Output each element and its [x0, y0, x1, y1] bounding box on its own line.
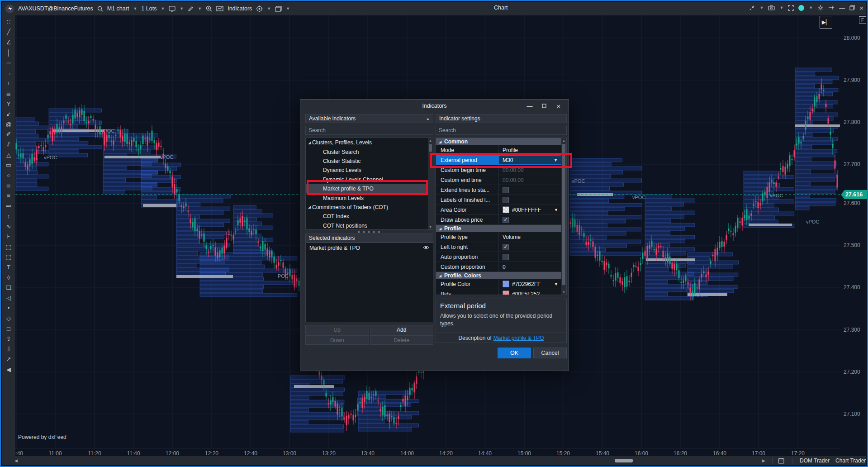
- trend-line-icon[interactable]: ╱: [3, 27, 14, 38]
- panel-splitter[interactable]: ■ ■ ■ ■ ■: [305, 230, 433, 234]
- scroll-up-icon[interactable]: ▲: [428, 139, 433, 142]
- close-window-icon[interactable]: ×: [859, 4, 863, 12]
- text-tool-icon[interactable]: T: [3, 262, 14, 272]
- chart-trader-button[interactable]: Chart Trader: [835, 456, 866, 465]
- callout-tool-icon[interactable]: ❏: [3, 282, 14, 293]
- setting-row-custom-begin-time[interactable]: Custom begin time00:00:00: [436, 165, 561, 175]
- triangle-tool-icon[interactable]: △: [3, 150, 14, 160]
- color-swatch[interactable]: [503, 291, 509, 295]
- target-icon[interactable]: [256, 5, 263, 12]
- rectangle-tool-icon[interactable]: ▭: [3, 160, 14, 170]
- settings-scrollbar[interactable]: ▲ ▼: [561, 138, 566, 295]
- available-search-input[interactable]: Search: [305, 126, 433, 135]
- zoom-in-icon[interactable]: [206, 5, 212, 12]
- checkbox-checked[interactable]: ✓: [503, 244, 509, 250]
- color-swatch[interactable]: [503, 206, 509, 213]
- setting-value[interactable]: M30▼: [498, 155, 561, 165]
- shrink-caret-icon[interactable]: ▼: [759, 5, 764, 10]
- checkbox[interactable]: [503, 187, 509, 193]
- tree-expander-icon[interactable]: ◢: [308, 205, 311, 209]
- setting-value[interactable]: [498, 195, 561, 205]
- connection-caret-icon[interactable]: ▼: [809, 5, 813, 10]
- trend-arrow-icon[interactable]: ↗: [3, 354, 14, 365]
- setting-row-left-to-right[interactable]: Left to right✓: [436, 242, 561, 252]
- zigzag-tool-icon[interactable]: ∿: [3, 221, 14, 232]
- setting-row-auto-proportion[interactable]: Auto proportion: [436, 252, 561, 262]
- shrink-icon[interactable]: [749, 5, 755, 11]
- indicator-settings-header[interactable]: Indicator settings: [436, 114, 567, 123]
- tree-item-dynamic-levels-channel[interactable]: Dynamic Levels Channel: [306, 175, 433, 184]
- camera-caret-icon[interactable]: ▼: [779, 5, 783, 10]
- collapse-toolbar-icon[interactable]: ◀: [3, 364, 14, 375]
- goto-realtime-button[interactable]: ▶▏: [820, 16, 832, 29]
- color-swatch[interactable]: [503, 281, 509, 287]
- dom-trader-button[interactable]: DOM Trader: [800, 456, 830, 465]
- setting-row-area-color[interactable]: Area Color#00FFFFFF▼: [436, 205, 561, 215]
- setting-row-bids[interactable]: Bids#00F5F252: [436, 289, 561, 295]
- tree-item-maximum-levels[interactable]: Maximum Levels: [306, 193, 433, 202]
- pitchfork-icon[interactable]: Y: [3, 99, 14, 109]
- hatch-lines-icon[interactable]: ⫽: [3, 139, 14, 150]
- dot-tool-icon[interactable]: •: [3, 303, 14, 314]
- indicators-button[interactable]: Indicators: [228, 5, 252, 12]
- settings-gear-icon[interactable]: [817, 5, 824, 11]
- setting-row-custom-end-time[interactable]: Custom end time00:00:00: [436, 175, 561, 185]
- dialog-minimize-icon[interactable]: —: [522, 100, 537, 111]
- minimize-window-icon[interactable]: —: [839, 5, 845, 11]
- setting-value[interactable]: 00:00:00: [498, 175, 561, 185]
- settings-section-common[interactable]: ◢Common: [436, 138, 561, 145]
- templates-icon[interactable]: [169, 6, 175, 12]
- setting-row-profile-type[interactable]: Profile typeVolume: [436, 232, 561, 242]
- scroll-up-icon[interactable]: ▲: [561, 139, 566, 142]
- tree-scrollbar[interactable]: ▲ ▼: [428, 138, 433, 229]
- delete-button[interactable]: Delete: [370, 335, 434, 345]
- symbol-selector[interactable]: AVAXUSDT@BinanceFutures: [18, 5, 93, 12]
- available-indicators-header[interactable]: Available indicators ▲: [305, 114, 433, 123]
- levels-tool-icon[interactable]: ≣: [3, 88, 14, 99]
- checkbox[interactable]: [503, 254, 509, 260]
- add-button[interactable]: Add: [370, 325, 434, 334]
- lots-selector[interactable]: 1 Lots: [141, 5, 157, 12]
- target-caret-icon[interactable]: ▼: [267, 6, 271, 11]
- settings-section-profile[interactable]: ◢Profile: [436, 225, 561, 232]
- section-expander-icon[interactable]: ◢: [439, 140, 441, 144]
- setting-value[interactable]: [498, 252, 561, 262]
- candle-updown-icon[interactable]: ↕: [3, 211, 14, 221]
- checkbox-checked[interactable]: ✓: [503, 217, 509, 223]
- drawing-pencil-icon[interactable]: [188, 6, 194, 12]
- arrow-down-marker-icon[interactable]: ⇩: [3, 344, 14, 354]
- dropdown-caret-icon[interactable]: ▼: [554, 282, 558, 286]
- camera-icon[interactable]: [768, 5, 775, 10]
- setting-value[interactable]: ✓: [498, 215, 561, 224]
- selection-tool-icon[interactable]: ⬚: [3, 252, 14, 262]
- scroll-right-icon[interactable]: ▶: [762, 456, 765, 465]
- scroll-down-icon[interactable]: ▼: [561, 291, 566, 294]
- tree-item-market-profile-tpo[interactable]: Market profile & TPO: [306, 184, 433, 193]
- setting-value[interactable]: #00F5F252: [498, 289, 561, 295]
- tpo-profile-icon[interactable]: ≡: [3, 191, 14, 201]
- setting-value[interactable]: ✓: [498, 242, 561, 252]
- section-expander-icon[interactable]: ◢: [439, 274, 441, 278]
- setting-row-extend-lines-to-sta-[interactable]: Extend lines to sta...: [436, 185, 561, 195]
- ruler-tool-icon[interactable]: ⊦: [3, 231, 14, 242]
- tree-item-cot-index[interactable]: COT Index: [306, 212, 433, 221]
- panels-caret-icon[interactable]: ▼: [286, 6, 290, 11]
- tree-item-clusters-profiles-levels[interactable]: ◢Clusters, Profiles, Levels: [306, 138, 433, 147]
- pin-icon[interactable]: [828, 5, 835, 10]
- price-label-icon[interactable]: ◁: [3, 293, 14, 303]
- arrow-tool-icon[interactable]: →: [3, 68, 14, 78]
- eraser-icon[interactable]: ✐: [3, 129, 14, 140]
- right-profile-icon[interactable]: ≕: [3, 201, 14, 211]
- indicators-chart-icon[interactable]: [216, 6, 223, 11]
- arrow-down-left-icon[interactable]: ↙: [3, 109, 14, 119]
- timeframe-caret-icon[interactable]: ▼: [133, 6, 137, 11]
- settings-search-input[interactable]: Search: [436, 126, 567, 135]
- indicator-description-link[interactable]: Market profile & TPO: [493, 335, 544, 341]
- tree-item-cot-net-positions[interactable]: COT Net positions: [306, 221, 433, 230]
- tag-tool-icon[interactable]: ◊: [3, 272, 14, 283]
- dropdown-caret-icon[interactable]: ▼: [554, 158, 558, 162]
- tree-scroll-thumb[interactable]: [429, 144, 432, 152]
- diamond-marker-icon[interactable]: ◇: [3, 313, 14, 324]
- setting-row-profile-color[interactable]: Profile Color#7D2962FF▼: [436, 279, 561, 289]
- setting-value[interactable]: [498, 185, 561, 195]
